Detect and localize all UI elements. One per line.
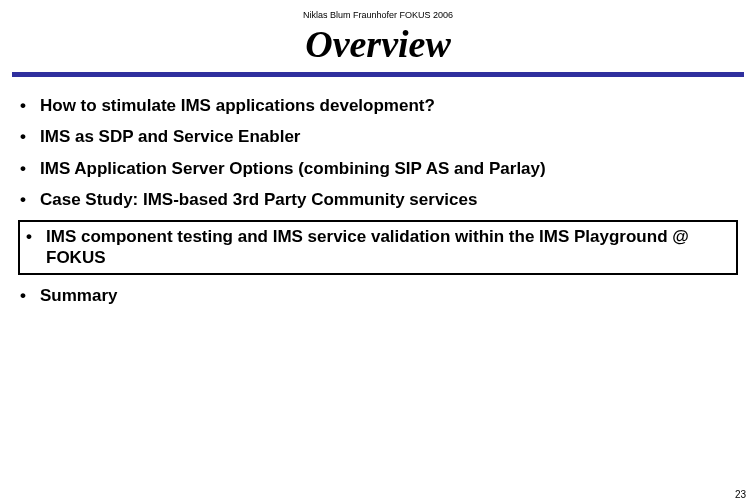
bullet-item: • IMS as SDP and Service Enabler [18,126,738,147]
bullet-text: IMS as SDP and Service Enabler [40,126,738,147]
highlighted-bullet-box: • IMS component testing and IMS service … [18,220,738,275]
bullet-text: How to stimulate IMS applications develo… [40,95,738,116]
bullet-text: Case Study: IMS-based 3rd Party Communit… [40,189,738,210]
bullet-dot-icon: • [18,126,40,147]
bullet-item: • How to stimulate IMS applications deve… [18,95,738,116]
bullet-item: • Case Study: IMS-based 3rd Party Commun… [18,189,738,210]
bullet-item: • IMS Application Server Options (combin… [18,158,738,179]
page-number: 23 [735,489,746,500]
bullet-dot-icon: • [18,95,40,116]
slide-title: Overview [0,22,756,66]
bullet-text: IMS Application Server Options (combinin… [40,158,738,179]
content-area: • How to stimulate IMS applications deve… [0,77,756,306]
bullet-dot-icon: • [18,285,40,306]
bullet-dot-icon: • [18,189,40,210]
bullet-dot-icon: • [24,226,46,247]
bullet-text: Summary [40,285,738,306]
bullet-dot-icon: • [18,158,40,179]
bullet-item: • Summary [18,285,738,306]
bullet-text: IMS component testing and IMS service va… [46,226,732,269]
attribution-text: Niklas Blum Fraunhofer FOKUS 2006 [0,0,756,20]
bullet-item: • IMS component testing and IMS service … [24,226,732,269]
